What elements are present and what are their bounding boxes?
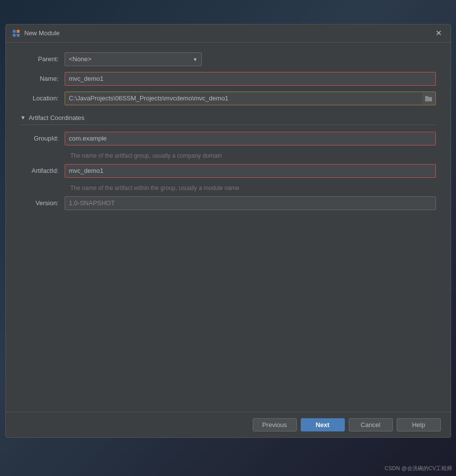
artifactid-control — [65, 164, 436, 178]
artifactid-hint: The name of the artifact within the grou… — [65, 185, 436, 191]
groupid-label: GroupId: — [21, 135, 65, 142]
version-control — [65, 196, 436, 210]
groupid-control — [65, 132, 436, 145]
artifactid-label: ArtifactId: — [21, 167, 65, 174]
svg-rect-0 — [13, 30, 16, 33]
location-browse-button[interactable] — [422, 93, 435, 104]
next-button[interactable]: Next — [301, 418, 345, 431]
svg-rect-4 — [425, 97, 432, 101]
new-module-dialog: New Module ✕ Parent: <None> Name: — [5, 24, 451, 438]
dialog-title-left: New Module — [12, 29, 60, 38]
help-button[interactable]: Help — [397, 418, 441, 431]
parent-select[interactable]: <None> — [65, 52, 202, 66]
version-row: Version: — [21, 196, 436, 210]
svg-rect-5 — [425, 96, 428, 97]
dialog-footer: Previous Next Cancel Help — [6, 412, 451, 437]
dialog-title: New Module — [24, 29, 60, 37]
parent-row: Parent: <None> — [21, 52, 436, 66]
svg-rect-2 — [13, 34, 16, 37]
dialog-content: Parent: <None> Name: Location: — [6, 43, 451, 226]
close-button[interactable]: ✕ — [432, 28, 445, 38]
module-icon — [12, 29, 21, 38]
location-wrapper — [65, 92, 436, 105]
cancel-button[interactable]: Cancel — [349, 418, 393, 431]
parent-control: <None> — [65, 52, 436, 66]
groupid-row: GroupId: — [21, 132, 436, 145]
next-label: Next — [315, 421, 329, 428]
parent-label: Parent: — [21, 55, 65, 63]
version-label: Version: — [21, 199, 65, 207]
artifactid-input[interactable] — [65, 164, 436, 178]
name-row: Name: — [21, 72, 436, 86]
name-label: Name: — [21, 75, 65, 82]
parent-select-wrapper: <None> — [65, 52, 202, 66]
previous-button[interactable]: Previous — [253, 418, 297, 431]
artifact-section-header: ▼ Artifact Coordinates — [21, 114, 436, 125]
version-input[interactable] — [65, 196, 436, 210]
location-row: Location: — [21, 92, 436, 105]
name-control — [65, 72, 436, 86]
location-input[interactable] — [65, 92, 436, 105]
name-input[interactable] — [65, 72, 436, 86]
groupid-input[interactable] — [65, 132, 436, 145]
dialog-titlebar: New Module ✕ — [6, 24, 451, 43]
svg-rect-1 — [17, 30, 20, 33]
artifactid-row: ArtifactId: — [21, 164, 436, 178]
help-label: Help — [412, 421, 425, 428]
artifact-section-title: Artifact Coordinates — [28, 114, 84, 121]
previous-label: Previous — [262, 421, 287, 428]
cancel-label: Cancel — [360, 421, 380, 428]
groupid-hint: The name of the artifact group, usually … — [65, 152, 436, 159]
watermark-text: CSDN @会洗碗的CV工程师 — [384, 465, 452, 472]
location-label: Location: — [21, 95, 65, 102]
svg-rect-3 — [17, 34, 20, 37]
collapse-arrow-icon[interactable]: ▼ — [21, 115, 26, 120]
